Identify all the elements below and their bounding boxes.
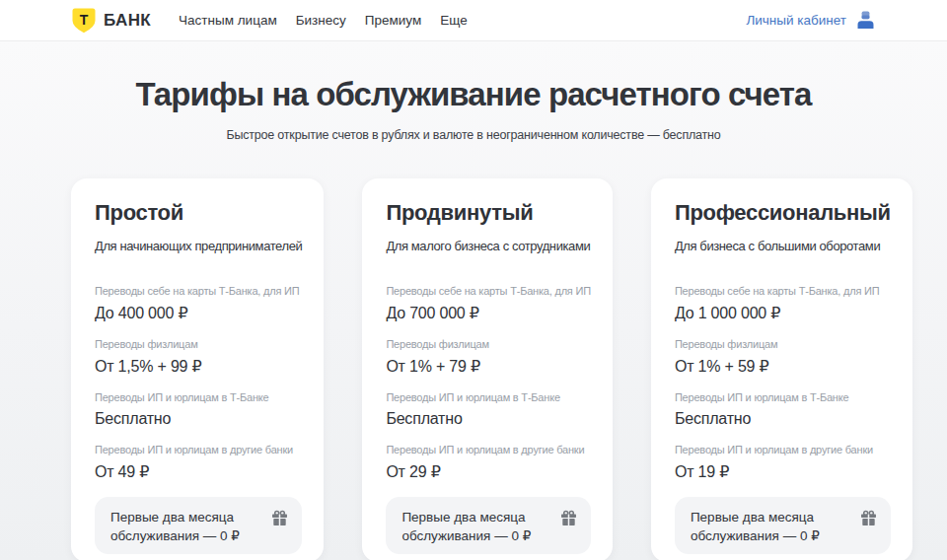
feature-row: Переводы ИП и юрлицам в другие банки От …: [95, 444, 302, 481]
feature-label: Переводы ИП и юрлицам в Т-Банке: [675, 391, 891, 403]
top-navigation-bar: Т БАНК Частным лицам Бизнесу Премиум Еще…: [0, 0, 947, 41]
feature-row: Переводы ИП и юрлицам в Т-Банке Бесплатн…: [95, 391, 302, 428]
feature-label: Переводы физлицам: [675, 338, 891, 350]
feature-row: Переводы физлицам От 1% + 79 ₽: [386, 338, 591, 376]
plan-name: Профессиональный: [675, 200, 891, 226]
tariff-card-professionalnyy: Профессиональный Для бизнеса с большими …: [651, 178, 912, 560]
feature-value: От 1% + 79 ₽: [386, 357, 591, 376]
feature-value: Бесплатно: [675, 410, 891, 428]
feature-row: Переводы ИП и юрлицам в другие банки От …: [675, 444, 891, 481]
tariff-card-prodvinutyy: Продвинутый Для малого бизнеса с сотрудн…: [362, 178, 613, 560]
feature-value: От 19 ₽: [675, 462, 891, 481]
feature-value: От 49 ₽: [95, 462, 302, 481]
feature-label: Переводы ИП и юрлицам в другие банки: [95, 444, 302, 455]
feature-value: Бесплатно: [95, 410, 302, 428]
feature-value: До 700 000 ₽: [386, 304, 591, 322]
promo-badge: Первые два месяца обслуживания — 0 ₽: [386, 497, 591, 554]
plan-description: Для бизнеса с большими оборотами: [675, 239, 891, 253]
gift-icon: [860, 510, 877, 526]
tariff-cards-row: Простой Для начинающих предпринимателей …: [0, 178, 947, 560]
feature-row: Переводы себе на карты Т-Банка, для ИП Д…: [95, 285, 302, 322]
feature-row: Переводы себе на карты Т-Банка, для ИП Д…: [386, 285, 591, 322]
feature-value: От 29 ₽: [386, 462, 591, 481]
page-subtitle: Быстрое открытие счетов в рублях и валют…: [0, 128, 947, 142]
hero-section: Тарифы на обслуживание расчетного счета …: [0, 41, 947, 178]
feature-row: Переводы физлицам От 1% + 59 ₽: [675, 338, 891, 376]
person-icon[interactable]: [855, 10, 876, 31]
feature-row: Переводы ИП и юрлицам в Т-Банке Бесплатн…: [675, 391, 891, 428]
feature-value: До 1 000 000 ₽: [675, 304, 891, 322]
personal-account-label[interactable]: Личный кабинет: [746, 13, 846, 28]
feature-row: Переводы себе на карты Т-Банка, для ИП Д…: [675, 285, 891, 322]
gift-icon: [560, 510, 577, 526]
svg-text:Т: Т: [80, 11, 89, 27]
feature-label: Переводы себе на карты Т-Банка, для ИП: [386, 285, 591, 297]
tariff-card-prostoy: Простой Для начинающих предпринимателей …: [71, 178, 324, 560]
feature-row: Переводы ИП и юрлицам в другие банки От …: [386, 444, 591, 481]
tbank-logo[interactable]: Т БАНК: [71, 7, 151, 35]
feature-label: Переводы ИП и юрлицам в Т-Банке: [95, 391, 302, 403]
nav-item-business[interactable]: Бизнесу: [296, 13, 346, 28]
nav-item-premium[interactable]: Премиум: [365, 13, 421, 28]
feature-label: Переводы себе на карты Т-Банка, для ИП: [675, 285, 891, 297]
promo-text: Первые два месяца обслуживания — 0 ₽: [691, 506, 838, 545]
feature-label: Переводы себе на карты Т-Банка, для ИП: [95, 285, 302, 297]
plan-name: Простой: [95, 200, 302, 226]
tbank-shield-icon[interactable]: Т: [71, 7, 97, 35]
feature-value: Бесплатно: [386, 410, 591, 428]
logo-wordmark: БАНК: [104, 11, 151, 31]
plan-name: Продвинутый: [386, 200, 591, 226]
feature-label: Переводы ИП и юрлицам в другие банки: [675, 444, 891, 455]
promo-text: Первые два месяца обслуживания — 0 ₽: [110, 506, 258, 545]
promo-text: Первые два месяца обслуживания — 0 ₽: [401, 506, 549, 545]
feature-label: Переводы ИП и юрлицам в Т-Банке: [386, 391, 591, 403]
feature-row: Переводы ИП и юрлицам в Т-Банке Бесплатн…: [386, 391, 591, 428]
feature-label: Переводы ИП и юрлицам в другие банки: [386, 444, 591, 455]
feature-label: Переводы физлицам: [386, 338, 591, 350]
feature-value: От 1% + 59 ₽: [675, 357, 891, 376]
feature-label: Переводы физлицам: [95, 338, 302, 350]
plan-description: Для малого бизнеса с сотрудниками: [386, 239, 591, 253]
plan-description: Для начинающих предпринимателей: [95, 239, 302, 253]
tariffs-page-body: Тарифы на обслуживание расчетного счета …: [0, 41, 947, 560]
main-nav: Частным лицам Бизнесу Премиум Еще: [179, 13, 468, 28]
feature-row: Переводы физлицам От 1,5% + 99 ₽: [95, 338, 302, 376]
feature-value: От 1,5% + 99 ₽: [95, 357, 302, 376]
feature-value: До 400 000 ₽: [95, 304, 302, 322]
promo-badge: Первые два месяца обслуживания — 0 ₽: [675, 497, 891, 554]
promo-badge: Первые два месяца обслуживания — 0 ₽: [95, 497, 302, 554]
gift-icon: [271, 510, 288, 526]
personal-account-link[interactable]: Личный кабинет: [746, 10, 876, 31]
nav-item-more[interactable]: Еще: [440, 13, 467, 28]
nav-item-private-clients[interactable]: Частным лицам: [179, 13, 277, 28]
page-title: Тарифы на обслуживание расчетного счета: [0, 74, 947, 114]
